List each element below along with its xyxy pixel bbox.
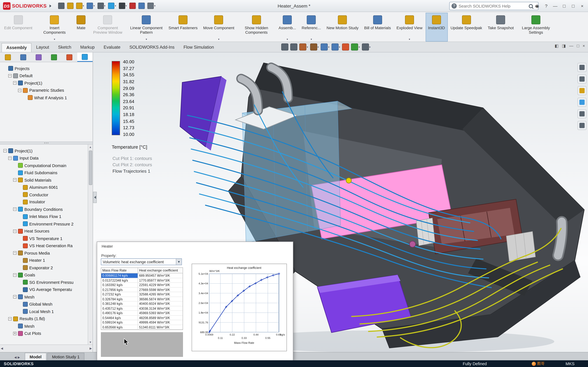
coefficient-cell[interactable]: 22591.4229 W/m^3/K <box>138 283 183 287</box>
table-row[interactable]: 0.653568 kg/s 51340.8111 W/m^3/K <box>101 325 182 330</box>
new-document-icon[interactable]: ▾ <box>66 2 74 10</box>
ribbon-button[interactable]: Insert Components ▾ <box>35 13 74 42</box>
restore-doc-icon[interactable]: □ <box>577 44 579 48</box>
ribbon-button[interactable]: Component Preview Window ▾ <box>89 13 127 42</box>
hud-tool[interactable]: ▾ <box>342 43 349 51</box>
tree-twisty[interactable]: − <box>13 178 17 182</box>
dropdown-caret-icon[interactable]: ▾ <box>146 38 147 41</box>
tree-item[interactable]: − Default <box>2 72 92 79</box>
plot-annotation[interactable]: Flow Trajectories 1 <box>112 168 152 174</box>
tree-twisty[interactable]: − <box>8 74 12 77</box>
coefficient-cell[interactable]: 45969.5393 W/m^3/K <box>138 311 183 315</box>
table-row[interactable]: 0.381248 kg/s 40400.6024 W/m^3/K <box>101 301 182 306</box>
coefficient-cell[interactable]: 689.950457 W/m^3/K <box>138 273 183 278</box>
model-tab[interactable]: Model <box>25 353 46 360</box>
mass-flow-cell[interactable]: 0.381248 kg/s <box>101 301 138 306</box>
tree-item[interactable]: − Mesh <box>2 293 92 300</box>
dropdown-caret-icon[interactable]: ▾ <box>339 46 340 48</box>
pane-right-icon[interactable]: ◨ <box>562 44 566 48</box>
minimize-icon[interactable]: — <box>553 3 558 9</box>
dropdown-caret-icon[interactable]: ▾ <box>93 4 95 7</box>
tree-item[interactable]: SG Environment Pressu <box>2 279 92 286</box>
mate-reference-icon[interactable]: ▾ <box>129 2 137 10</box>
panel-tab[interactable] <box>46 52 62 62</box>
coefficient-cell[interactable]: 27669.5598 W/m^3/K <box>138 287 183 292</box>
mass-flow-cell[interactable]: 0.490176 kg/s <box>101 311 138 315</box>
options-gear-icon[interactable]: ▾ <box>147 2 156 10</box>
dropdown-caret-icon[interactable]: ▾ <box>286 38 288 41</box>
tree-twisty[interactable]: − <box>13 273 17 277</box>
ribbon-button[interactable]: Mate ▾ <box>74 13 88 42</box>
column-header[interactable]: Mass Flow Rate <box>101 268 138 273</box>
ribbon-button[interactable]: Assemb... ▾ <box>276 13 299 42</box>
panel-tab[interactable] <box>15 52 31 62</box>
command-tab[interactable]: SOLIDWORKS Add-Ins <box>125 43 179 52</box>
property-dropdown[interactable]: Volumetric heat exchange coefficient ▼ <box>101 258 182 265</box>
tree-twisty[interactable]: − <box>13 251 17 255</box>
tree-item[interactable]: − Heat Sources <box>2 227 92 235</box>
mass-flow-cell[interactable]: 0.599104 kg/s <box>101 320 138 325</box>
tree-vertical-scrollbar[interactable]: ▲ ▼ <box>88 145 93 344</box>
coefficient-cell[interactable]: 51340.8111 W/m^3/K <box>138 325 183 330</box>
pane-left-icon[interactable]: ◧ <box>555 44 559 48</box>
plot-annotation[interactable]: Cut Plot 2: contours <box>112 162 152 167</box>
tree-item[interactable]: What If Analysis 1 <box>2 94 92 101</box>
table-row[interactable]: 0.013722348 kg/s 1770.85977 W/m^3/K <box>101 278 182 283</box>
mass-flow-cell[interactable]: 0.27232 kg/s <box>101 292 138 297</box>
hud-tool[interactable]: ▾ <box>351 43 360 51</box>
dropdown-caret-icon[interactable]: ▾ <box>317 46 319 48</box>
mass-flow-cell[interactable]: 0.217856 kg/s <box>101 287 138 292</box>
command-tab[interactable]: Markup <box>76 43 99 52</box>
user-icon[interactable]: ◉ <box>534 3 540 9</box>
panel-tab[interactable] <box>62 52 77 62</box>
hud-tool[interactable]: ▾ <box>281 43 288 51</box>
dropdown-caret-icon[interactable]: ▾ <box>104 4 105 7</box>
side-tool[interactable] <box>578 75 587 83</box>
tree-item[interactable]: Aluminum 6061 <box>2 184 92 191</box>
tree-twisty[interactable]: − <box>8 157 12 160</box>
tree-item[interactable]: Fluid Subdomains <box>2 169 92 176</box>
tree-item[interactable]: − Goals <box>2 271 92 279</box>
side-tool[interactable] <box>578 63 587 72</box>
mass-flow-cell[interactable]: 0.163392 kg/s <box>101 283 138 287</box>
tree-item[interactable]: VS Temperature 1 <box>2 235 92 242</box>
ribbon-button[interactable]: Instant3D ▾ <box>425 13 448 42</box>
tree-item[interactable]: Local Mesh 1 <box>2 308 92 315</box>
save-icon[interactable]: ▾ <box>86 2 95 10</box>
tree-item[interactable]: − Project(1) <box>2 79 92 87</box>
tree-twisty[interactable]: − <box>13 229 17 233</box>
dropdown-caret-icon[interactable]: ▾ <box>369 46 371 48</box>
tree-item[interactable]: Mesh <box>2 322 92 330</box>
solidworks-logo[interactable]: DS SOLIDWORKS <box>0 2 54 10</box>
scroll-right-icon[interactable]: ▶ <box>90 347 92 350</box>
tree-item[interactable]: Heater 1 <box>2 257 92 264</box>
maximize-icon[interactable]: □ <box>570 3 576 9</box>
print-icon[interactable]: ▾ <box>97 2 106 10</box>
tree-item[interactable]: Projects <box>2 65 92 72</box>
restore-icon[interactable]: □ <box>562 3 567 9</box>
dropdown-caret-icon[interactable]: ▾ <box>409 38 410 41</box>
plot-annotation[interactable]: Cut Plot 1: contours <box>112 156 152 161</box>
tree-item[interactable]: + Cut Plots <box>2 330 92 337</box>
side-tool[interactable] <box>578 121 587 130</box>
hud-tool[interactable]: ▾ <box>290 43 297 51</box>
dropdown-caret-icon[interactable]: ▾ <box>154 4 156 7</box>
mass-flow-cell[interactable]: 0.435712 kg/s <box>101 306 138 311</box>
tree-twisty[interactable]: − <box>13 295 17 299</box>
table-row[interactable]: 0.006861174 kg/s 689.950457 W/m^3/K <box>101 273 182 278</box>
dropdown-caret-icon[interactable]: ▾ <box>218 38 219 41</box>
ribbon-button[interactable]: Linear Component Pattern ▾ <box>127 13 165 42</box>
select-arrow-icon[interactable]: ▾ <box>118 2 128 10</box>
tab-scroll-right-icon[interactable]: ▶ <box>18 356 20 359</box>
ribbon-button[interactable]: Referenc... ▾ <box>299 13 324 42</box>
undo-icon[interactable]: ▾ <box>107 2 117 10</box>
dropdown-caret-icon[interactable]: ▾ <box>83 4 84 7</box>
mass-flow-cell[interactable]: 0.54464 kg/s <box>101 316 138 320</box>
tree-item[interactable]: − Porous Media <box>2 250 92 257</box>
tree-item[interactable]: VS Heat Generation Ra <box>2 242 92 250</box>
panel-tab[interactable] <box>31 52 46 62</box>
hud-tool[interactable]: ▾ <box>299 43 308 51</box>
close-doc-icon[interactable]: × <box>583 44 585 48</box>
tree-horizontal-scrollbar[interactable]: ◀ ▶ <box>0 344 93 352</box>
ribbon-button[interactable]: Move Component ▾ <box>201 13 237 42</box>
